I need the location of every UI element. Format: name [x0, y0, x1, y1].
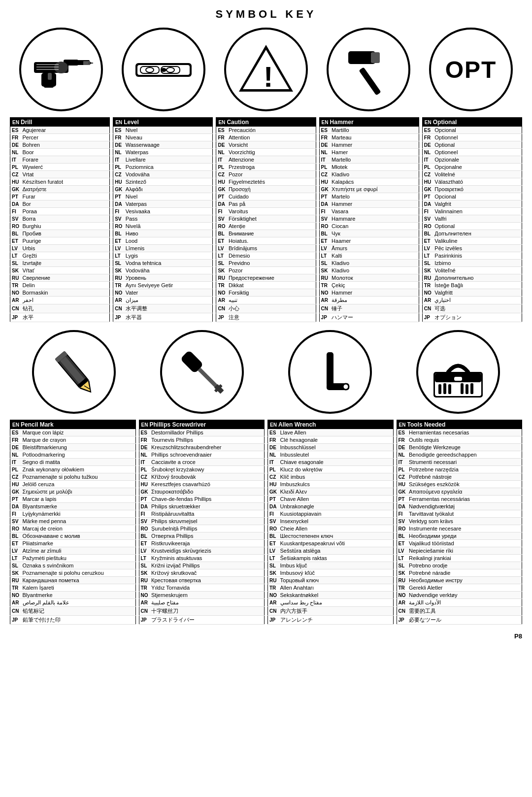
table-row: NLInbussleutel — [268, 451, 394, 459]
table-row: CZKladivo — [319, 171, 419, 178]
table-row: ETVajalikud tööriistad — [397, 540, 522, 547]
table-row: ETPuurige — [10, 237, 110, 245]
table-row: SLIzvrtajte — [10, 260, 110, 267]
table-row: RUДополнительно — [422, 274, 522, 282]
table-row: TRAllen Anahtarı — [268, 584, 394, 592]
svg-rect-25 — [371, 52, 380, 63]
table-row: LTKryžminis atsuktuvas — [139, 555, 265, 562]
allen-wrench-icon — [288, 330, 372, 414]
table-row: CZPotřebné nástroje — [397, 473, 522, 481]
table-row: FRNiveau — [113, 134, 213, 141]
table-row: SLKladivo — [319, 260, 419, 267]
drill-table: EN Drill ESAgujerearFRPercerDEBohrenNLBo… — [10, 117, 110, 322]
table-row: DEKreuzschlitzschraubendreher — [139, 444, 265, 451]
table-row: ARاحفر — [10, 297, 110, 304]
table-row: JPオプション — [422, 313, 522, 322]
table-row: NLWaterpas — [113, 149, 213, 156]
table-row: ESMartillo — [319, 127, 419, 134]
table-row: CN需要的工具 — [397, 607, 522, 616]
svg-rect-37 — [327, 352, 333, 387]
table-row: FIVaroitus — [216, 208, 316, 215]
phillips-table: EN Phillips Screwdriver ESDestornillador… — [139, 420, 265, 625]
table-row: NOForsiktig — [216, 289, 316, 297]
pencil-table: EN Pencil Mark ESMarque con lápizFRMarqu… — [10, 420, 136, 625]
table-row: RUСверление — [10, 274, 110, 282]
table-row: LVPēc izvēles — [422, 245, 522, 252]
table-row: DEInbusschlüssel — [268, 444, 394, 451]
table-row: BLШестостепенен ключ — [268, 532, 394, 540]
table-row: LVLīmenis — [113, 245, 213, 252]
table-row: RUТорцовый ключ — [268, 577, 394, 584]
table-row: ROCheie Allen — [268, 525, 394, 532]
table-row: SKPoznamenajte si polohu ceruzkou — [10, 569, 136, 577]
table-row: ITStrumenti necessari — [397, 459, 522, 466]
table-row: PTMartelo — [319, 193, 419, 200]
table-row: CN可选 — [422, 304, 522, 313]
table-row: CN锤子 — [319, 304, 419, 313]
table-row: FIValinnainen — [422, 208, 522, 215]
table-row: SKPotrebné náradie — [397, 569, 522, 577]
table-row: ITChiave esagonale — [268, 459, 394, 466]
table-row: DAPhilips skruetrækker — [139, 503, 265, 510]
table-row: CN内六方扳手 — [268, 607, 394, 616]
table-row: ESOpcional — [422, 127, 522, 134]
table-row: LVSešstūra atslēga — [268, 547, 394, 555]
table-row: ITLivellare — [113, 156, 213, 164]
table-row: ARالأدوات اللازمة — [397, 599, 522, 607]
toolbox-icon — [416, 330, 500, 414]
table-row: PLWywierć — [10, 164, 110, 171]
table-row: FIRistipääruuvitaltta — [139, 510, 265, 518]
table-row: RONivelă — [113, 223, 213, 230]
table-row: SLImbus ključ — [268, 562, 394, 569]
table-row: PLPoziomnica — [113, 164, 213, 171]
table-row: JPアレンレンチ — [268, 616, 394, 625]
table-row: SVPass — [113, 215, 213, 223]
table-row: ESNivel — [113, 127, 213, 134]
table-row: HUKalapács — [319, 178, 419, 186]
table-row: ETHoiatus. — [216, 237, 316, 245]
toolbox-table: EN Tools Needed ESHerramientas necesaria… — [397, 420, 523, 625]
table-row: ITMartello — [319, 156, 419, 164]
table-row: ESAgujerear — [10, 127, 110, 134]
table-row: PTCuidado — [216, 193, 316, 200]
table-row: ITCacciavite a croce — [139, 459, 265, 466]
table-row: PTChave-de-fendas Phillips — [139, 496, 265, 503]
caution-icon: ! — [224, 28, 308, 111]
table-row: PTFurar — [10, 193, 110, 200]
allen-table: EN Allen Wrench ESLlave AllenFRClé hexag… — [267, 420, 394, 625]
table-row: ITOpzionale — [422, 156, 522, 164]
table-row: JP水平器 — [113, 313, 213, 322]
tables-row-1: EN Drill ESAgujerearFRPercerDEBohrenNLBo… — [10, 117, 522, 322]
opt-text: OPT — [445, 56, 497, 83]
table-row: SKKladivo — [319, 267, 419, 274]
table-row: DAVaterpas — [113, 200, 213, 208]
svg-rect-23 — [359, 67, 381, 96]
tables-row-2: EN Pencil Mark ESMarque con lápizFRMarqu… — [10, 420, 522, 625]
table-row: ITForare — [10, 156, 110, 164]
table-row: TRAynı Seviyeye Getir — [113, 282, 213, 289]
table-row: ETValikuline — [422, 237, 522, 245]
svg-rect-5 — [88, 63, 93, 64]
table-row: DEHammer — [319, 141, 419, 149]
table-row: SKImbusový kľúč — [268, 569, 394, 577]
table-row: CZKřížový šroubovák — [139, 473, 265, 481]
table-row: PTNivel — [113, 193, 213, 200]
svg-text:!: ! — [264, 61, 273, 93]
svg-rect-48 — [466, 384, 468, 394]
optional-icon: OPT — [429, 28, 513, 111]
page-title: SYMBOL KEY — [10, 8, 522, 21]
table-row: BLВнимание — [216, 230, 316, 237]
table-row: LVAtzīme ar zīmuli — [10, 547, 136, 555]
table-row: GKΑπαιτούμενα εργαλεία — [397, 488, 522, 496]
table-row: FROutils requis — [397, 436, 522, 444]
table-row: GKΔιατρήστε — [10, 186, 110, 193]
table-row: SLPrevidno — [216, 260, 316, 267]
table-row: CN小心 — [216, 304, 316, 313]
table-row: DAPas på — [216, 200, 316, 208]
table-row: ROInstrumente necesare — [397, 525, 522, 532]
table-row: CN水平调整 — [113, 304, 213, 313]
table-row: ETKuuskantpesapeakruvi võti — [268, 540, 394, 547]
table-row: DEBenötigte Werkzeuge — [397, 444, 522, 451]
table-row: SLVodna tehtnica — [113, 260, 213, 267]
table-row: SKPozor — [216, 267, 316, 274]
